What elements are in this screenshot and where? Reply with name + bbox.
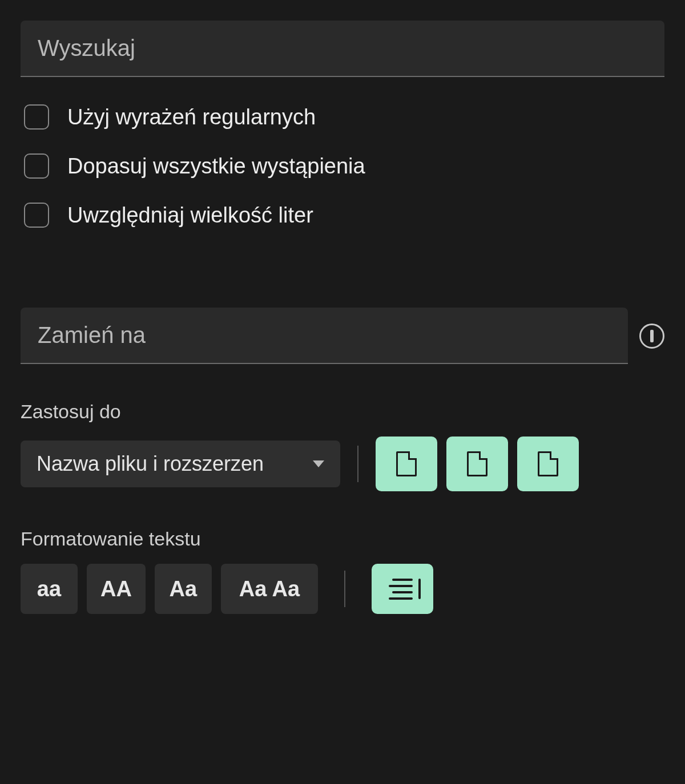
- uppercase-button[interactable]: AA: [87, 564, 146, 614]
- case-sensitive-checkbox-row[interactable]: Uwzględniaj wielkość liter: [24, 203, 664, 228]
- match-all-checkbox-row[interactable]: Dopasuj wszystkie wystąpienia: [24, 153, 664, 179]
- document-icon: [538, 451, 558, 476]
- enumerate-button[interactable]: [372, 564, 433, 614]
- apply-to-label: Zastosuj do: [21, 401, 664, 423]
- apply-to-selected: Nazwa pliku i rozszerzen: [37, 452, 264, 476]
- divider: [357, 446, 358, 482]
- checkbox-icon: [24, 104, 49, 130]
- file-type-button-3[interactable]: [517, 437, 579, 491]
- match-all-label: Dopasuj wszystkie wystąpienia: [67, 154, 365, 179]
- search-input[interactable]: [21, 21, 664, 77]
- lowercase-button[interactable]: aa: [21, 564, 78, 614]
- titlecase-button[interactable]: Aa Aa: [221, 564, 318, 614]
- checkbox-icon: [24, 203, 49, 228]
- case-sensitive-label: Uwzględniaj wielkość liter: [67, 203, 313, 228]
- info-icon[interactable]: [639, 324, 664, 349]
- document-icon: [467, 451, 487, 476]
- replace-input[interactable]: [21, 308, 628, 364]
- file-type-button-2[interactable]: [446, 437, 508, 491]
- checkbox-icon: [24, 153, 49, 179]
- list-icon: [389, 579, 416, 599]
- chevron-down-icon: [313, 460, 324, 467]
- apply-to-select[interactable]: Nazwa pliku i rozszerzen: [21, 441, 340, 487]
- formatting-label: Formatowanie tekstu: [21, 528, 664, 550]
- regex-checkbox-row[interactable]: Użyj wyrażeń regularnych: [24, 104, 664, 130]
- divider: [344, 571, 345, 607]
- file-type-button-1[interactable]: [376, 437, 437, 491]
- document-icon: [396, 451, 417, 476]
- capitalize-button[interactable]: Aa: [155, 564, 212, 614]
- regex-label: Użyj wyrażeń regularnych: [67, 105, 316, 130]
